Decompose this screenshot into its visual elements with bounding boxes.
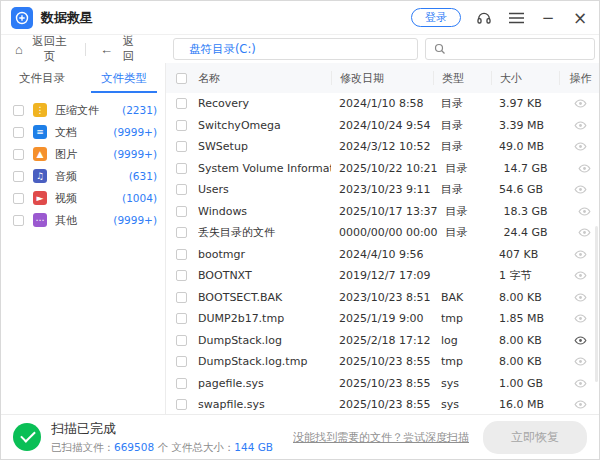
path-field[interactable]: 盘符目录(C:) — [173, 38, 418, 60]
table-row[interactable]: DumpStack.log.tmp 2025/10/23 8:55 tmp 8.… — [166, 351, 599, 373]
sidebar-item-other[interactable]: ⋯ 其他 (9999+) — [1, 209, 165, 231]
header-date[interactable]: 修改日期 — [331, 71, 433, 85]
checkbox[interactable] — [13, 149, 24, 160]
file-name: bootmgr — [198, 248, 331, 261]
file-date: 2023/10/23 8:51 — [331, 291, 433, 304]
preview-eye-icon[interactable] — [574, 291, 587, 304]
checkbox[interactable] — [176, 313, 187, 324]
checkbox[interactable] — [176, 206, 187, 217]
file-name: Users — [198, 183, 331, 196]
table-row[interactable]: pagefile.sys 2025/10/23 8:55 sys 1.00 GB — [166, 373, 599, 395]
preview-eye-icon[interactable] — [574, 248, 587, 261]
file-type: tmp — [433, 312, 491, 325]
sidebar-item-documents[interactable]: ≡ 文档 (9999+) — [1, 121, 165, 143]
sidebar-item-archive[interactable]: ⋮ 压缩文件 (2231) — [1, 99, 165, 121]
sidebar-item-label: 视频 — [55, 191, 122, 206]
recover-now-button[interactable]: 立即恢复 — [483, 421, 587, 454]
preview-eye-icon[interactable] — [574, 119, 587, 132]
checkbox[interactable] — [176, 98, 187, 109]
table-row[interactable]: Windows 2025/10/17 13:37 目录 18.3 GB — [166, 201, 599, 223]
archive-icon: ⋮ — [33, 103, 47, 117]
header-type[interactable]: 类型 — [433, 71, 491, 85]
table-row[interactable]: Recovery 2024/1/10 8:58 目录 3.97 KB — [166, 93, 599, 115]
preview-eye-icon[interactable] — [578, 162, 591, 175]
preview-eye-icon[interactable] — [574, 269, 587, 282]
video-icon: ► — [33, 191, 47, 205]
file-date: 2024/10/24 9:54 — [331, 119, 433, 132]
preview-eye-icon[interactable] — [574, 398, 587, 411]
checkbox[interactable] — [176, 270, 187, 281]
table-row[interactable]: swapfile.sys 2025/10/23 8:55 sys 16.0 MB — [166, 394, 599, 416]
checkbox[interactable] — [176, 120, 187, 131]
tab-file-directory[interactable]: 文件目录 — [1, 63, 83, 93]
file-name: DumpStack.log.tmp — [198, 355, 331, 368]
checkbox[interactable] — [176, 399, 187, 410]
close-icon[interactable]: × — [571, 9, 589, 27]
search-box[interactable] — [425, 38, 595, 60]
table-row[interactable]: bootmgr 2024/4/10 9:56 407 KB — [166, 244, 599, 266]
minimize-icon[interactable]: − — [539, 9, 557, 27]
file-type: BAK — [433, 291, 491, 304]
preview-eye-icon[interactable] — [574, 334, 587, 347]
preview-eye-icon[interactable] — [574, 377, 587, 390]
sidebar-item-count: (9999+) — [113, 126, 157, 138]
app-window: 数据救星 登录 − × ⌂ 返回主页 — [0, 0, 600, 460]
checkbox[interactable] — [13, 127, 24, 138]
checkbox[interactable] — [13, 171, 24, 182]
sidebar-item-video[interactable]: ► 视频 (1004) — [1, 187, 165, 209]
table-row[interactable]: SWSetup 2024/3/12 10:52 目录 49.0 MB — [166, 136, 599, 158]
menu-icon[interactable] — [507, 9, 525, 27]
checkbox[interactable] — [13, 193, 24, 204]
checkbox[interactable] — [176, 163, 187, 174]
toolbar: ⌂ 返回主页 ← 返回 盘符目录(C:) — [1, 35, 599, 63]
header-name[interactable]: 名称 — [198, 71, 331, 86]
checkbox[interactable] — [176, 292, 187, 303]
checkbox[interactable] — [176, 378, 187, 389]
table-row[interactable]: SwitchyOmega 2024/10/24 9:54 目录 3.39 MB — [166, 115, 599, 137]
table-row[interactable]: BOOTSECT.BAK 2023/10/23 8:51 BAK 8.00 KB — [166, 287, 599, 309]
home-button[interactable]: ⌂ 返回主页 — [11, 34, 75, 64]
checkbox[interactable] — [13, 105, 24, 116]
search-input[interactable] — [452, 43, 594, 56]
checkbox[interactable] — [176, 141, 187, 152]
content: 文件目录 文件类型 ⋮ 压缩文件 (2231) ≡ 文档 (9999+) — [1, 63, 599, 414]
scan-complete-check-icon — [13, 423, 41, 451]
sidebar-item-audio[interactable]: ♫ 音频 (631) — [1, 165, 165, 187]
support-headset-icon[interactable] — [475, 9, 493, 27]
preview-eye-icon[interactable] — [574, 97, 587, 110]
sidebar-tabs: 文件目录 文件类型 — [1, 63, 165, 93]
checkbox[interactable] — [176, 356, 187, 367]
sidebar-item-images[interactable]: ▲ 图片 (9999+) — [1, 143, 165, 165]
back-button[interactable]: ← 返回 — [96, 34, 143, 64]
checkbox[interactable] — [176, 335, 187, 346]
table-row[interactable]: Users 2023/10/23 9:11 目录 54.6 GB — [166, 179, 599, 201]
preview-eye-icon[interactable] — [578, 205, 591, 218]
preview-eye-icon[interactable] — [574, 140, 587, 153]
file-name: DumpStack.log — [198, 334, 331, 347]
scan-status-details: 已扫描文件：669508 个 文件总大小：144 GB — [51, 441, 273, 455]
table-row[interactable]: 丢失目录的文件 0000/00/00 00:00 目录 24.4 GB — [166, 222, 599, 244]
preview-eye-icon[interactable] — [574, 312, 587, 325]
checkbox[interactable] — [176, 227, 187, 238]
scrollbar-thumb[interactable] — [595, 226, 598, 382]
login-button[interactable]: 登录 — [411, 8, 461, 27]
preview-eye-icon[interactable] — [578, 226, 591, 239]
tab-file-type[interactable]: 文件类型 — [83, 63, 165, 93]
table-body: Recovery 2024/1/10 8:58 目录 3.97 KB Switc… — [166, 93, 599, 416]
table-row[interactable]: BOOTNXT 2019/12/7 17:09 1 字节 — [166, 265, 599, 287]
header-size[interactable]: 大小 — [491, 71, 559, 85]
deep-scan-link[interactable]: 没能找到需要的文件？尝试深度扫描 — [293, 430, 469, 445]
table-row[interactable]: DUMP2b17.tmp 2025/1/19 9:00 tmp 1.85 MB — [166, 308, 599, 330]
sidebar-item-count: (2231) — [122, 104, 157, 116]
select-all-checkbox[interactable] — [176, 73, 187, 84]
table-row[interactable]: System Volume Information 2025/10/22 10:… — [166, 158, 599, 180]
path-value: 盘符目录(C:) — [189, 42, 256, 57]
checkbox[interactable] — [13, 215, 24, 226]
scan-status: 扫描已完成 已扫描文件：669508 个 文件总大小：144 GB — [51, 420, 273, 455]
document-icon: ≡ — [33, 125, 47, 139]
preview-eye-icon[interactable] — [574, 355, 587, 368]
checkbox[interactable] — [176, 249, 187, 260]
checkbox[interactable] — [176, 184, 187, 195]
table-row[interactable]: DumpStack.log 2025/2/18 17:12 log 8.00 K… — [166, 330, 599, 352]
preview-eye-icon[interactable] — [574, 183, 587, 196]
